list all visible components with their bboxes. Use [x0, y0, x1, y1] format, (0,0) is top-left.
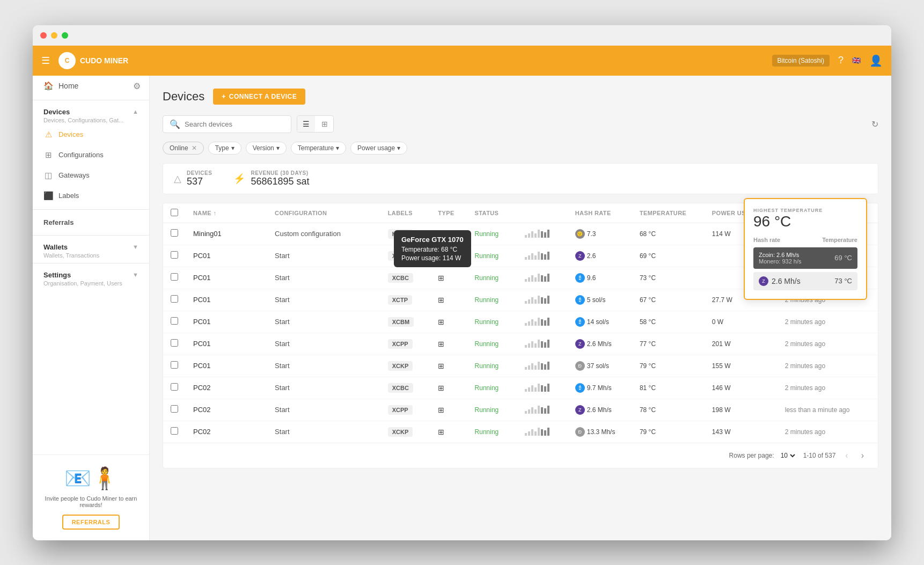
filter-type[interactable]: Type ▾	[208, 142, 241, 155]
table-row: PC02 Start XCPP ⊞ Running Z 2.6 Mh/s 78 …	[163, 399, 878, 421]
configurations-label: Configurations	[58, 151, 104, 159]
row-hashbars	[517, 311, 568, 333]
minimize-dot[interactable]	[51, 32, 57, 39]
row-name: PC02	[186, 421, 267, 443]
row-hashrate: ₿ 9.6	[568, 267, 632, 289]
row-checkbox[interactable]	[171, 361, 178, 369]
referral-button[interactable]: REFERRALS	[62, 515, 120, 530]
maximize-dot[interactable]	[62, 32, 68, 39]
sidebar-item-gateways[interactable]: ◫ Gateways	[33, 165, 149, 186]
filter-online[interactable]: Online ✕	[163, 142, 204, 155]
row-label: XCBC	[380, 267, 431, 289]
col-labels[interactable]: Labels	[380, 203, 431, 223]
sidebar-item-configurations[interactable]: ⊞ Configurations	[33, 145, 149, 165]
row-hashrate: ₿ 5 sol/s	[568, 289, 632, 311]
wallets-sub: Wallets, Transactions	[43, 252, 138, 259]
settings-icon[interactable]: ⚙	[124, 76, 149, 97]
row-hashbars	[517, 421, 568, 443]
row-checkbox[interactable]	[171, 229, 178, 237]
row-status: Running	[467, 399, 518, 421]
list-view-button[interactable]: ☰	[297, 116, 315, 132]
devices-icon: ⚠	[43, 130, 53, 140]
col-configuration[interactable]: Configuration	[267, 203, 380, 223]
row-lastseen: 2 minutes ago	[778, 377, 878, 399]
row-checkbox[interactable]	[171, 427, 178, 435]
filter-version[interactable]: Version ▾	[246, 142, 287, 155]
row-checkbox[interactable]	[171, 383, 178, 391]
user-icon[interactable]: 👤	[869, 54, 883, 67]
sidebar-item-referrals[interactable]: Referrals	[33, 213, 149, 232]
grid-view-button[interactable]: ⊞	[316, 116, 333, 132]
refresh-button[interactable]: ↻	[871, 119, 878, 129]
row-label: XCBM	[380, 311, 431, 333]
row-name: PC01	[186, 355, 267, 377]
tooltip-device-name: GeForce GTX 1070	[401, 236, 464, 244]
sidebar-item-labels[interactable]: ⬛ Labels	[33, 186, 149, 206]
row-label: XCKP	[380, 355, 431, 377]
settings-group-toggle[interactable]: Settings ▼	[43, 271, 138, 279]
close-dot[interactable]	[40, 32, 47, 39]
row-checkbox[interactable]	[171, 317, 178, 325]
row-checkbox[interactable]	[171, 339, 178, 347]
row-checkbox[interactable]	[171, 273, 178, 281]
filter-temperature[interactable]: Temperature ▾	[291, 142, 346, 155]
row-type: ⊞	[430, 421, 467, 443]
devices-label: Devices	[58, 130, 83, 138]
temp-card-headers: Hash rate Temperature	[753, 237, 857, 243]
temp-card: HIGHEST TEMPERATURE 96 °C Hash rate Temp…	[744, 198, 867, 300]
filter-power[interactable]: Power usage ▾	[350, 142, 407, 155]
devices-group-toggle[interactable]: Devices ▲	[43, 108, 138, 116]
col-temperature[interactable]: Temperature	[632, 203, 705, 223]
search-input[interactable]	[185, 120, 270, 128]
row-hashrate: Z 2.6	[568, 245, 632, 267]
filter-online-remove[interactable]: ✕	[192, 144, 197, 152]
page-info: 1-10 of 537	[803, 452, 836, 459]
row-config: Custom configuration	[267, 223, 380, 245]
sidebar-item-devices[interactable]: ⚠ Devices	[33, 124, 149, 145]
home-icon: 🏠	[43, 81, 53, 91]
col-name[interactable]: Name ↑	[186, 203, 267, 223]
row-config: Start	[267, 289, 380, 311]
view-toggle: ☰ ⊞	[297, 115, 334, 133]
filters-bar: Online ✕ Type ▾ Version ▾ Temperature ▾	[163, 142, 878, 155]
rows-per-page-select[interactable]: 10 25 50	[779, 451, 797, 460]
sidebar-item-home[interactable]: 🏠 Home	[33, 76, 89, 96]
currency-badge[interactable]: Bitcoin (Satoshi)	[772, 55, 830, 67]
next-page-button[interactable]: ›	[858, 450, 867, 461]
row-temp: 73 °C	[632, 267, 705, 289]
temp-card-row1-temp: 69 °C	[834, 254, 852, 262]
titlebar	[33, 25, 891, 46]
labels-label: Labels	[58, 192, 79, 200]
table-row: PC01 Start XCPP ⊞ Running Z 2.6 Mh/s 77 …	[163, 333, 878, 355]
chevron-down-icon: ▾	[276, 144, 280, 152]
row-type: ⊞	[430, 267, 467, 289]
devices-group-title: Devices ▲ Devices, Configurations, Gat..…	[33, 104, 149, 124]
table-row: PC01 Start XCBM ⊞ Running ₿ 14 sol/s 58 …	[163, 311, 878, 333]
prev-page-button[interactable]: ‹	[842, 450, 851, 461]
row-checkbox[interactable]	[171, 295, 178, 303]
tooltip-power: Power usage: 114 W	[401, 254, 464, 262]
row-config: Start	[267, 333, 380, 355]
gateways-icon: ◫	[43, 171, 53, 180]
temp-card-value: 96 °C	[753, 213, 857, 230]
z-coin-icon: Z	[759, 276, 768, 286]
col-hashrate[interactable]: Hash rate	[568, 203, 632, 223]
settings-group: Settings ▼ Organisation, Payment, Users	[33, 267, 149, 288]
wallets-group-toggle[interactable]: Wallets ▼	[43, 243, 138, 251]
col-type[interactable]: Type	[430, 203, 467, 223]
row-hashrate: Ð 13.3 Mh/s	[568, 421, 632, 443]
wallets-group: Wallets ▼ Wallets, Transactions	[33, 239, 149, 260]
select-all-checkbox[interactable]	[171, 209, 178, 216]
home-label: Home	[58, 82, 78, 90]
row-status: Running	[467, 421, 518, 443]
row-temp: 79 °C	[632, 421, 705, 443]
help-icon[interactable]: ?	[838, 55, 844, 66]
row-status: Running	[467, 223, 518, 245]
connect-device-button[interactable]: + CONNECT A DEVICE	[213, 89, 305, 105]
row-status: Running	[467, 355, 518, 377]
col-status: Status	[467, 203, 518, 223]
row-checkbox[interactable]	[171, 405, 178, 413]
menu-icon[interactable]: ☰	[41, 55, 50, 67]
row-checkbox[interactable]	[171, 251, 178, 259]
row-lastseen: less than a minute ago	[778, 399, 878, 421]
